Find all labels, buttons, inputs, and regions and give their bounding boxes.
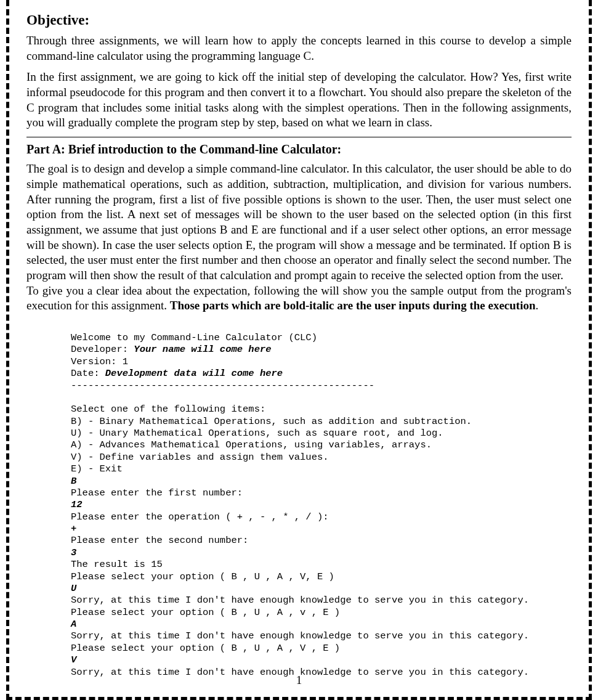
code-prompt-second: Please enter the second number:	[71, 535, 248, 546]
code-input-v: V	[71, 654, 76, 665]
code-input-a: A	[71, 619, 76, 630]
code-option-e: E) - Exit	[71, 463, 123, 474]
code-developer-value: Your name will come here	[134, 344, 271, 355]
code-prompt-select-3: Please select your option ( B , U , A , …	[71, 643, 340, 654]
code-option-b: B) - Binary Mathematical Operations, suc…	[71, 416, 472, 427]
page-number: 1	[9, 674, 589, 687]
part-a-p2-text-c: .	[536, 299, 539, 312]
code-sorry-1: Sorry, at this time I don't have enough …	[71, 595, 529, 606]
code-result: The result is 15	[71, 559, 163, 570]
objective-heading: Objective:	[26, 12, 572, 28]
code-prompt-op: Please enter the operation ( + , - , * ,…	[71, 511, 329, 523]
code-option-u: U) - Unary Mathematical Operations, such…	[71, 428, 443, 439]
part-a-p2-bold-note: Those parts which are bold-italic are th…	[170, 299, 536, 312]
document-page: Objective: Through three assignments, we…	[6, 0, 592, 700]
objective-paragraph-2: In the first assignment, we are going to…	[26, 70, 572, 131]
code-prompt-first: Please enter the first number:	[71, 487, 243, 499]
code-developer-label: Developer:	[71, 344, 134, 355]
code-date-value: Development data will come here	[105, 368, 283, 379]
code-input-12: 12	[71, 499, 83, 510]
code-input-u: U	[71, 583, 76, 594]
code-option-v: V) - Define variables and assign them va…	[71, 452, 329, 463]
code-welcome: Welcome to my Command-Line Calculator (C…	[71, 332, 317, 343]
code-divider: ----------------------------------------…	[71, 380, 374, 391]
part-a-paragraph-2: To give you a clear idea about the expec…	[26, 283, 572, 314]
part-a-heading: Part A: Brief introduction to the Comman…	[26, 142, 572, 157]
code-prompt-select-2: Please select your option ( B , U , A , …	[71, 607, 340, 618]
code-version: Version: 1	[71, 356, 128, 367]
code-option-a: A) - Advances Mathematical Operations, u…	[71, 439, 432, 450]
section-divider	[26, 137, 572, 137]
objective-paragraph-1: Through three assignments, we will learn…	[26, 33, 572, 63]
code-input-b: B	[71, 476, 76, 487]
code-sorry-2: Sorry, at this time I don't have enough …	[71, 630, 529, 641]
part-a-paragraph-1: The goal is to design and develop a simp…	[26, 161, 572, 283]
code-prompt-select-1: Please select your option ( B , U , A , …	[71, 571, 334, 582]
code-select-header: Select one of the following items:	[71, 404, 265, 415]
code-date-label: Date:	[71, 368, 105, 379]
code-input-plus: +	[71, 523, 76, 534]
sample-output-block: Welcome to my Command-Line Calculator (C…	[26, 320, 572, 678]
code-input-3: 3	[71, 547, 76, 558]
